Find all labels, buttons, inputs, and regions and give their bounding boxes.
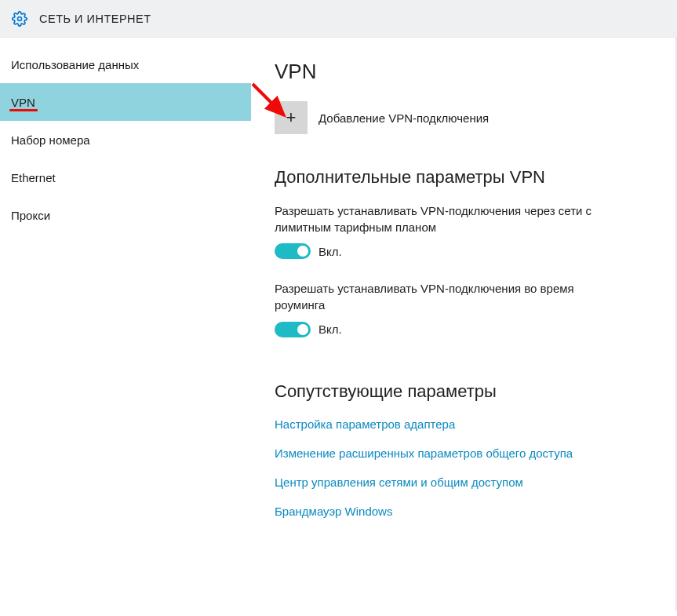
spacer (275, 359, 661, 381)
metered-setting-label: Разрешать устанавливать VPN-подключения … (275, 203, 612, 235)
sidebar-item-proxy[interactable]: Прокси (0, 196, 251, 234)
sidebar-item-data-usage[interactable]: Использование данных (0, 46, 251, 83)
sidebar-item-dialup[interactable]: Набор номера (0, 121, 251, 159)
related-title: Сопутствующие параметры (275, 381, 661, 402)
sidebar-item-vpn[interactable]: VPN (0, 83, 251, 121)
link-network-center[interactable]: Центр управления сетями и общим доступом (275, 476, 661, 489)
roaming-toggle[interactable] (275, 322, 311, 337)
metered-toggle-state: Вкл. (318, 245, 342, 258)
metered-toggle[interactable] (275, 243, 311, 259)
content-pane: VPN + Добавление VPN-подключения Дополни… (251, 38, 677, 616)
sidebar-item-label: VPN (11, 96, 35, 109)
roaming-toggle-row: Вкл. (275, 322, 661, 337)
sidebar-item-label: Использование данных (11, 58, 139, 71)
layout: Использование данных VPN Набор номера Et… (0, 38, 677, 616)
sidebar: Использование данных VPN Набор номера Et… (0, 38, 251, 616)
add-vpn-button[interactable]: + (275, 101, 308, 134)
annotation-underline (9, 109, 38, 111)
roaming-setting-label: Разрешать устанавливать VPN-подключения … (275, 281, 612, 313)
roaming-toggle-state: Вкл. (318, 323, 342, 336)
link-firewall[interactable]: Брандмауэр Windows (275, 505, 661, 518)
sidebar-item-label: Прокси (11, 209, 50, 222)
page-title: VPN (275, 60, 661, 84)
sidebar-item-ethernet[interactable]: Ethernet (0, 159, 251, 196)
add-vpn-row: + Добавление VPN-подключения (275, 101, 661, 134)
gear-icon[interactable] (11, 10, 28, 27)
sidebar-item-label: Набор номера (11, 133, 90, 147)
header-bar: СЕТЬ И ИНТЕРНЕТ (0, 0, 677, 38)
svg-point-0 (18, 16, 22, 20)
link-adapter-settings[interactable]: Настройка параметров адаптера (275, 417, 661, 431)
add-vpn-label: Добавление VPN-подключения (318, 111, 489, 125)
plus-icon: + (286, 109, 297, 126)
header-title: СЕТЬ И ИНТЕРНЕТ (39, 13, 151, 25)
link-advanced-sharing[interactable]: Изменение расширенных параметров общего … (275, 447, 661, 460)
advanced-vpn-title: Дополнительные параметры VPN (275, 167, 661, 188)
metered-toggle-row: Вкл. (275, 243, 661, 259)
sidebar-item-label: Ethernet (11, 171, 56, 184)
